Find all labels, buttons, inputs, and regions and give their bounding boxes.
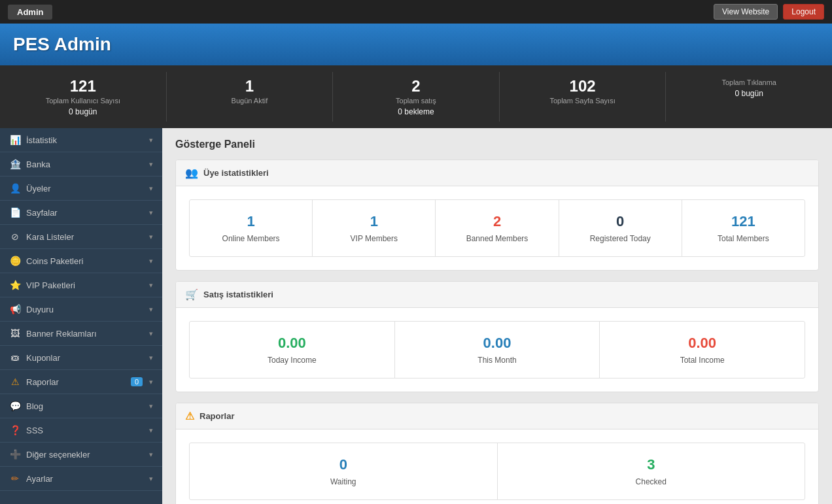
sales-stats-header: 🛒 Satış istatistikleri xyxy=(176,282,818,308)
total-income-stat: 0.00 Total Income xyxy=(600,322,805,378)
sidebar-item-sss[interactable]: ❓ SSS ▾ xyxy=(0,418,162,443)
sidebar-label-banner-reklamlari: Banner Reklamları xyxy=(26,329,97,339)
sidebar-item-left: ⚠ Raporlar xyxy=(9,376,59,388)
sales-icon: 🛒 xyxy=(185,288,198,301)
view-website-button[interactable]: View Website xyxy=(714,4,778,20)
banned-members-label: Banned Members xyxy=(442,234,551,243)
sidebar-item-kara-listeler[interactable]: ⊘ Kara Listeler ▾ xyxy=(0,225,162,249)
sidebar-item-banner-reklamlari[interactable]: 🖼 Banner Reklamları ▾ xyxy=(0,322,162,346)
sidebar-item-blog[interactable]: 💬 Blog ▾ xyxy=(0,394,162,418)
registered-today-stat: 0 Registered Today xyxy=(559,200,682,256)
chevron-down-icon: ▾ xyxy=(149,378,153,386)
member-stats-body: 1 Online Members 1 VIP Members 2 Banned … xyxy=(176,186,818,270)
coins-paketleri-icon: 🪙 xyxy=(9,255,21,267)
sidebar-label-ayarlar: Ayarlar xyxy=(26,474,53,484)
reports-grid: 0 Waiting 3 Checked xyxy=(189,443,805,500)
total-members-label: Total Members xyxy=(689,234,798,243)
logout-button[interactable]: Logout xyxy=(783,4,824,20)
income-grid: 0.00 Today Income 0.00 This Month 0.00 T… xyxy=(189,321,805,378)
sss-icon: ❓ xyxy=(9,424,21,436)
sidebar-item-left: 📄 Sayfalar xyxy=(9,207,58,218)
checked-label: Checked xyxy=(504,477,799,486)
member-stats-header: 👥 Üye istatistikleri xyxy=(176,160,818,186)
sidebar-item-kuponlar[interactable]: 🎟 Kuponlar ▾ xyxy=(0,346,162,370)
sales-stats-body: 0.00 Today Income 0.00 This Month 0.00 T… xyxy=(176,308,818,392)
chevron-down-icon: ▾ xyxy=(149,402,153,411)
ayarlar-icon: ✏ xyxy=(9,473,21,484)
sidebar-item-banka[interactable]: 🏦 Banka ▾ xyxy=(0,152,162,176)
chevron-down-icon: ▾ xyxy=(149,475,153,483)
sidebar-item-raporlar[interactable]: ⚠ Raporlar 0 ▾ xyxy=(0,370,162,394)
vip-members-number: 1 xyxy=(319,213,428,230)
sidebar-item-left: ➕ Diğer seçenekler xyxy=(9,448,90,460)
stat-total-users-number: 121 xyxy=(7,77,160,95)
chevron-down-icon: ▾ xyxy=(149,281,153,290)
checked-stat: 3 Checked xyxy=(498,443,805,499)
today-income-stat: 0.00 Today Income xyxy=(190,322,395,378)
header-banner: PES Admin xyxy=(0,24,832,65)
content-area: Gösterge Paneli 👥 Üye istatistikleri 1 O… xyxy=(162,128,832,504)
main-layout: 📊 İstatistik ▾ 🏦 Banka ▾ 👤 Üyeler ▾ 📄 Sa… xyxy=(0,128,832,504)
member-stats-grid: 1 Online Members 1 VIP Members 2 Banned … xyxy=(189,199,805,257)
sidebar-item-vip-paketleri[interactable]: ⭐ VIP Paketleri ▾ xyxy=(0,273,162,297)
chevron-down-icon: ▾ xyxy=(149,257,153,265)
sidebar-item-duyuru[interactable]: 📢 Duyuru ▾ xyxy=(0,297,162,322)
sidebar-item-sayfalar[interactable]: 📄 Sayfalar ▾ xyxy=(0,201,162,225)
sidebar-label-vip-paketleri: VIP Paketleri xyxy=(26,280,75,290)
chevron-down-icon: ▾ xyxy=(149,209,153,217)
chevron-down-icon: ▾ xyxy=(149,426,153,435)
sales-stats-title: Satış istatistikleri xyxy=(203,290,273,299)
reports-card: ⚠ Raporlar 0 Waiting 3 Checked xyxy=(175,403,819,504)
stat-total-clicks-sub: 0 bugün xyxy=(672,89,825,98)
sidebar-item-uyeler[interactable]: 👤 Üyeler ▾ xyxy=(0,176,162,201)
kara-listeler-icon: ⊘ xyxy=(9,231,21,243)
sidebar-label-duyuru: Duyuru xyxy=(26,305,54,314)
brand-label: Admin xyxy=(8,5,52,20)
sidebar-label-coins-paketleri: Coins Paketleri xyxy=(26,256,83,266)
stat-today-active-label: Bugün Aktif xyxy=(173,97,326,105)
reports-title: Raporlar xyxy=(199,411,234,421)
duyuru-icon: 📢 xyxy=(9,303,21,315)
online-members-label: Online Members xyxy=(196,234,305,243)
sidebar-item-left: ✏ Ayarlar xyxy=(9,473,53,484)
blog-icon: 💬 xyxy=(9,400,21,412)
this-month-label: This Month xyxy=(402,356,593,365)
sidebar-item-left: 💬 Blog xyxy=(9,400,43,412)
stat-total-pages-label: Toplam Sayfa Sayısı xyxy=(506,97,659,105)
total-members-stat: 121 Total Members xyxy=(682,200,805,256)
sidebar-item-left: 🏦 Banka xyxy=(9,158,50,170)
chevron-down-icon: ▾ xyxy=(149,354,153,362)
sidebar-item-diger-secenekler[interactable]: ➕ Diğer seçenekler ▾ xyxy=(0,443,162,467)
sidebar-label-sayfalar: Sayfalar xyxy=(26,208,58,218)
total-members-number: 121 xyxy=(689,213,798,230)
stat-total-sales-label: Toplam satış xyxy=(339,97,493,105)
banka-icon: 🏦 xyxy=(9,158,21,170)
sidebar-item-ayarlar[interactable]: ✏ Ayarlar ▾ xyxy=(0,467,162,491)
this-month-number: 0.00 xyxy=(402,335,593,352)
istatistik-icon: 📊 xyxy=(9,134,21,146)
stat-total-sales-sub: 0 bekleme xyxy=(339,107,493,116)
sidebar-item-coins-paketleri[interactable]: 🪙 Coins Paketleri ▾ xyxy=(0,249,162,273)
registered-today-label: Registered Today xyxy=(566,234,675,243)
sidebar-label-kara-listeler: Kara Listeler xyxy=(26,232,74,242)
sidebar-item-left: 📊 İstatistik xyxy=(9,134,57,146)
reports-body: 0 Waiting 3 Checked xyxy=(176,429,818,504)
top-bar: Admin View Website Logout xyxy=(0,0,832,24)
app-title: PES Admin xyxy=(13,34,819,55)
banned-members-stat: 2 Banned Members xyxy=(436,200,559,256)
kuponlar-icon: 🎟 xyxy=(9,352,21,363)
stat-today-active: 1 Bugün Aktif xyxy=(167,72,334,122)
vip-members-stat: 1 VIP Members xyxy=(313,200,436,256)
today-income-label: Today Income xyxy=(196,356,388,365)
chevron-down-icon: ▾ xyxy=(149,136,153,144)
sidebar-item-istatistik[interactable]: 📊 İstatistik ▾ xyxy=(0,128,162,152)
stat-today-active-number: 1 xyxy=(173,77,326,95)
stat-total-clicks-label: Toplam Tıklanma xyxy=(672,78,825,86)
today-income-number: 0.00 xyxy=(196,335,388,352)
uyeler-icon: 👤 xyxy=(9,182,21,194)
banned-members-number: 2 xyxy=(442,213,551,230)
sidebar-label-blog: Blog xyxy=(26,401,43,411)
sidebar-item-left: 🎟 Kuponlar xyxy=(9,352,60,363)
chevron-down-icon: ▾ xyxy=(149,329,153,338)
stat-total-users-label: Toplam Kullanıcı Sayısı xyxy=(7,97,160,105)
